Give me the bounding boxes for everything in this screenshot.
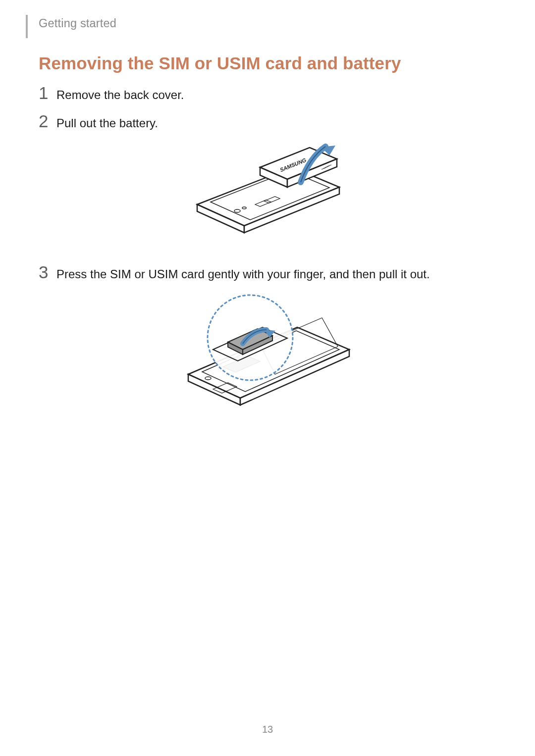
step-text: Press the SIM or USIM card gently with y…: [56, 266, 430, 282]
illustration-battery-removal: SAMSUNG: [181, 138, 354, 247]
step-1: 1 Remove the back cover.: [39, 84, 184, 102]
step-text: Remove the back cover.: [56, 87, 184, 102]
illustration-sim-removal: [173, 290, 362, 414]
step-3: 3 Press the SIM or USIM card gently with…: [39, 263, 430, 282]
section-title: Removing the SIM or USIM card and batter…: [39, 53, 401, 73]
step-number: 2: [39, 112, 54, 130]
step-2: 2 Pull out the battery.: [39, 112, 158, 131]
battery-removal-icon: SAMSUNG: [181, 138, 354, 247]
manual-page: Getting started Removing the SIM or USIM…: [0, 0, 535, 756]
page-number: 13: [0, 724, 535, 735]
breadcrumb: Getting started: [39, 17, 116, 30]
header-divider: [26, 15, 28, 38]
step-text: Pull out the battery.: [56, 115, 158, 131]
sim-removal-icon: [173, 290, 362, 414]
step-number: 1: [39, 84, 54, 101]
step-number: 3: [39, 263, 54, 281]
